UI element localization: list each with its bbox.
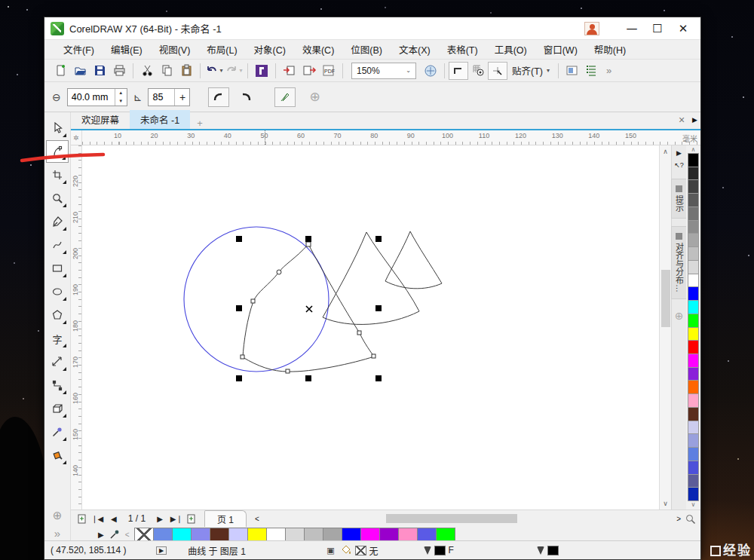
menu-item[interactable]: 对象(C) [246,39,294,60]
smooth-stepper[interactable]: + [174,89,189,106]
dimension-tool[interactable] [46,350,69,373]
rectangle-tool[interactable] [46,257,69,280]
show-page-border-icon[interactable] [449,62,468,80]
minimize-button[interactable]: — [619,20,645,38]
color-swatch[interactable] [210,528,229,542]
pressure-pen-button[interactable] [274,87,296,107]
publish-pdf-icon[interactable]: PDF [319,62,339,80]
welcome-list-icon[interactable] [582,62,602,80]
scroll-down-icon[interactable]: ∨ [663,497,668,510]
save-icon[interactable] [90,62,109,80]
color-swatch[interactable] [688,327,699,341]
width-spinner[interactable]: ▲▼ [115,89,127,106]
menu-item[interactable]: 表格(T) [439,39,486,60]
new-document-tab-button[interactable]: + [190,118,210,129]
corner-left-button[interactable] [208,87,229,107]
options-icon[interactable] [562,62,582,80]
add-docker-icon[interactable]: ⊕ [675,310,684,322]
app-launcher-icon[interactable] [252,62,271,80]
color-swatch[interactable] [323,528,342,542]
color-swatch[interactable] [153,528,173,542]
pick-tool[interactable] [46,117,69,139]
whats-this-help-icon[interactable]: ↖? [674,161,684,169]
color-swatch[interactable] [688,179,699,194]
width-value-input[interactable] [68,89,115,106]
color-swatch[interactable] [688,314,699,328]
color-swatch[interactable] [172,528,192,542]
corner-right-button[interactable] [235,87,256,107]
prev-page-icon[interactable]: ◀ [111,515,117,523]
color-swatch[interactable] [688,246,699,261]
horizontal-ruler[interactable]: 102030405060708090100110120130140150 毫米 [82,130,700,145]
new-document-icon[interactable] [51,62,70,80]
color-swatch[interactable] [285,528,305,542]
document-properties-icon[interactable]: ▣ [326,546,334,555]
color-swatch[interactable] [688,447,699,461]
color-swatch[interactable] [688,167,699,181]
horizontal-scrollbar[interactable]: < > [251,513,696,525]
toolbox-overflow-button[interactable]: » [54,527,60,540]
redo-dropdown-icon[interactable]: ▾ [239,67,242,74]
color-swatch[interactable] [247,528,267,542]
color-swatch[interactable] [688,153,699,167]
paste-icon[interactable] [176,62,196,80]
menu-item[interactable]: 效果(C) [294,39,342,60]
add-page-icon[interactable] [77,513,87,525]
color-swatch[interactable] [134,528,154,542]
docker-tab[interactable]: 提示 [671,179,688,219]
fullscreen-preview-icon[interactable] [421,62,440,80]
vscroll-thumb[interactable] [661,270,670,328]
scroll-up-icon[interactable]: ∧ [663,145,668,158]
first-page-icon[interactable]: ❘◀ [91,515,103,523]
palette-flyout-icon[interactable]: ▶ [98,531,104,539]
smooth-value-input[interactable] [149,89,174,106]
drop-shadow-tool[interactable] [46,397,69,420]
maximize-button[interactable]: ☐ [645,20,670,38]
palette-scroll-left-icon[interactable]: < [125,531,130,539]
undo-dropdown-icon[interactable]: ▾ [219,67,222,74]
connector-tool[interactable] [46,374,69,396]
play-flyout-icon[interactable]: ▶ [156,546,167,555]
color-swatch[interactable] [304,528,323,542]
eyedropper-icon[interactable] [109,529,120,540]
interactive-fill-tool[interactable] [46,444,69,467]
menu-item[interactable]: 位图(B) [342,39,391,60]
color-swatch[interactable] [688,407,699,421]
color-swatch[interactable] [191,528,210,542]
export-icon[interactable] [299,62,319,80]
close-button[interactable]: ✕ [670,20,696,38]
hscroll-right-icon[interactable]: > [676,515,681,523]
redo-icon[interactable]: ▾ [224,62,244,80]
toolbar-overflow-button[interactable]: » [606,65,611,76]
add-tools-button[interactable]: ⊕ [53,509,63,522]
document-tab[interactable]: 欢迎屏幕 [71,110,130,129]
docker-tab[interactable]: 对齐与分布… [671,226,688,299]
polygon-tool[interactable] [46,304,69,326]
snap-toggle-icon[interactable] [488,62,507,80]
cut-icon[interactable] [137,62,157,80]
vertical-scrollbar[interactable]: ∧ ∨ [659,145,671,510]
menu-item[interactable]: 帮助(H) [586,39,634,60]
menu-item[interactable]: 工具(O) [486,39,535,60]
color-swatch[interactable] [417,528,437,542]
zoom-glass-icon[interactable] [685,513,696,525]
shape-tool[interactable] [46,140,69,163]
close-document-icon[interactable]: × [679,114,685,126]
menu-item[interactable]: 文本(X) [391,39,439,60]
snap-dropdown[interactable]: 贴齐(T) ▾ [507,63,554,78]
zoom-tool[interactable] [46,187,69,210]
color-swatch[interactable] [688,433,699,448]
color-swatch[interactable] [688,233,699,247]
open-icon[interactable] [70,62,90,80]
next-page-icon[interactable]: ▶ [157,515,163,523]
view-grid-icon[interactable] [468,62,488,80]
last-page-icon[interactable]: ▶❘ [170,515,182,523]
menu-item[interactable]: 窗口(W) [535,39,586,60]
color-swatch[interactable] [688,260,699,274]
artistic-media-tool[interactable] [46,234,69,256]
undo-icon[interactable]: ▾ [204,62,224,80]
hscroll-left-icon[interactable]: < [255,515,259,523]
color-swatch[interactable] [342,528,361,542]
membership-icon[interactable] [584,22,599,35]
color-swatch[interactable] [688,286,699,301]
